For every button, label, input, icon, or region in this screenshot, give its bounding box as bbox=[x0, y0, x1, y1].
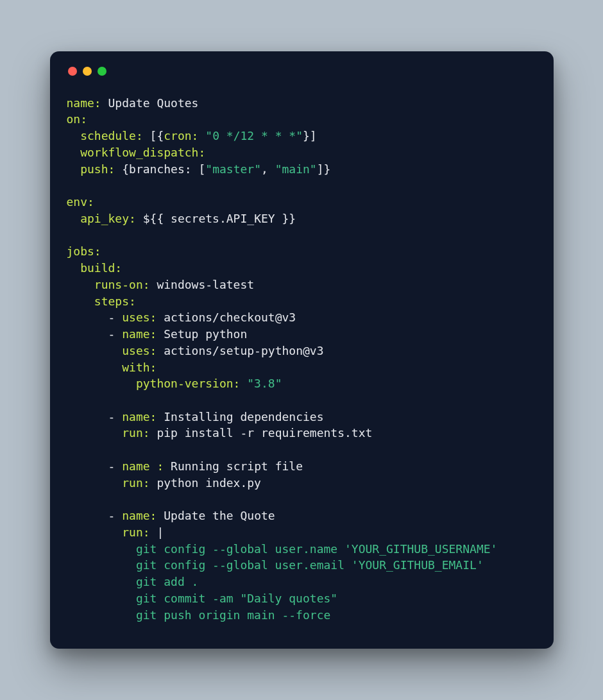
punct: [{ bbox=[150, 129, 164, 142]
yaml-key: run: bbox=[122, 476, 149, 490]
yaml-key: uses: bbox=[122, 344, 157, 357]
yaml-value: ${{ secrets.API_KEY }} bbox=[143, 212, 296, 225]
punct: [ bbox=[198, 162, 205, 176]
yaml-value: windows-latest bbox=[157, 278, 254, 291]
yaml-value: pip install -r requirements.txt bbox=[157, 426, 372, 440]
yaml-key-inline: branches: bbox=[129, 162, 192, 176]
yaml-key: with: bbox=[122, 361, 157, 374]
yaml-key: run: bbox=[122, 426, 149, 440]
yaml-value: Update Quotes bbox=[108, 96, 199, 110]
yaml-string: "master" bbox=[205, 162, 261, 176]
yaml-key: push: bbox=[80, 162, 115, 176]
yaml-key: name: bbox=[122, 327, 157, 341]
yaml-value: actions/setup-python@v3 bbox=[164, 344, 323, 357]
yaml-code: name: Update Quotes on: schedule: [{cron… bbox=[67, 95, 537, 624]
dash: - bbox=[108, 509, 123, 522]
window-controls bbox=[68, 67, 537, 76]
yaml-key: api_key: bbox=[80, 212, 136, 225]
dash: - bbox=[108, 311, 123, 324]
shell-cmd: git config --global user.name 'YOUR_GITH… bbox=[136, 542, 498, 556]
yaml-string: "3.8" bbox=[247, 377, 282, 390]
yaml-key: schedule: bbox=[80, 129, 143, 142]
yaml-key: runs-on: bbox=[94, 278, 150, 291]
yaml-key: steps: bbox=[94, 295, 136, 308]
punct: , bbox=[261, 162, 275, 176]
yaml-key: name: bbox=[67, 96, 101, 110]
yaml-key: name: bbox=[122, 509, 157, 522]
punct: }] bbox=[303, 129, 317, 142]
yaml-key: run: bbox=[122, 525, 149, 539]
close-icon[interactable] bbox=[68, 67, 77, 76]
yaml-key: name: bbox=[122, 410, 157, 423]
shell-cmd: git add . bbox=[136, 575, 199, 588]
yaml-key: name : bbox=[122, 459, 164, 473]
dash: - bbox=[108, 459, 123, 473]
yaml-key: python-version: bbox=[136, 377, 241, 390]
minimize-icon[interactable] bbox=[83, 67, 92, 76]
yaml-string: "main" bbox=[275, 162, 317, 176]
yaml-key: workflow_dispatch: bbox=[80, 146, 205, 159]
code-window: name: Update Quotes on: schedule: [{cron… bbox=[50, 51, 554, 649]
yaml-value: Update the Quote bbox=[164, 509, 275, 522]
zoom-icon[interactable] bbox=[98, 67, 106, 76]
yaml-value: python index.py bbox=[157, 476, 261, 490]
yaml-string: "0 */12 * * *" bbox=[205, 129, 303, 142]
shell-cmd: git config --global user.email 'YOUR_GIT… bbox=[136, 558, 484, 572]
yaml-key: build: bbox=[80, 261, 122, 275]
dash: - bbox=[108, 327, 123, 341]
yaml-key: on: bbox=[67, 112, 88, 126]
yaml-key: cron: bbox=[164, 129, 198, 142]
punct: { bbox=[122, 162, 129, 176]
shell-cmd: git commit -am "Daily quotes" bbox=[136, 592, 337, 605]
yaml-key: jobs: bbox=[67, 244, 101, 258]
yaml-key: uses: bbox=[122, 311, 157, 324]
dash: - bbox=[108, 410, 123, 423]
pipe: | bbox=[157, 525, 164, 539]
punct: ]} bbox=[317, 162, 331, 176]
yaml-value: actions/checkout@v3 bbox=[164, 311, 296, 324]
shell-cmd: git push origin main --force bbox=[136, 608, 330, 622]
yaml-key: env: bbox=[67, 195, 94, 209]
yaml-value: Setup python bbox=[164, 327, 247, 341]
yaml-value: Running script file bbox=[171, 459, 303, 473]
yaml-value: Installing dependencies bbox=[164, 410, 323, 423]
